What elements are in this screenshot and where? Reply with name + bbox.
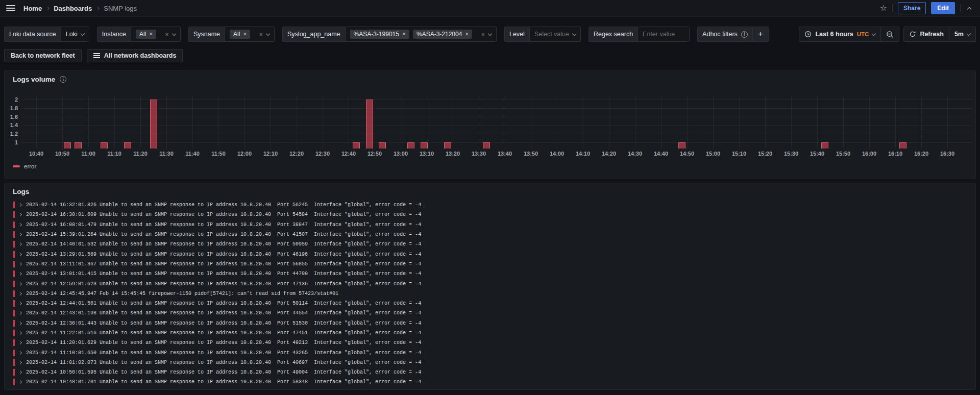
log-row[interactable]: 2025-02-14 10:48:01.701 Unable to send a… — [9, 377, 971, 387]
time-range-picker[interactable]: Last 6 hours UTC — [799, 27, 880, 41]
star-favorite-icon[interactable]: ☆ — [880, 4, 887, 12]
filter-chip[interactable]: %ASA-3-212004× — [413, 30, 472, 39]
expand-log-chevron-icon[interactable] — [18, 331, 22, 335]
filter-sysname: SysnameAll×× — [188, 27, 275, 42]
error-log-volume-bar[interactable] — [379, 142, 386, 149]
log-row[interactable]: 2025-02-14 12:45:45.947 Feb 14 15:45:45 … — [9, 289, 971, 299]
gridline-horizontal — [21, 142, 972, 143]
add-adhoc-filter-button[interactable]: + — [752, 27, 769, 42]
filter-chip[interactable]: %ASA-3-199015× — [350, 30, 409, 39]
filter-value-dropdown[interactable]: All×× — [225, 27, 275, 42]
share-button[interactable]: Share — [898, 2, 926, 14]
filter-label: Level — [504, 27, 530, 42]
edit-button[interactable]: Edit — [931, 2, 955, 14]
log-row[interactable]: 2025-02-14 11:01:02.073 Unable to send a… — [9, 358, 971, 367]
error-log-volume-bar[interactable] — [124, 142, 131, 149]
expand-log-chevron-icon[interactable] — [18, 253, 22, 256]
expand-log-chevron-icon[interactable] — [18, 361, 22, 364]
error-log-volume-bar[interactable] — [366, 100, 373, 149]
error-log-volume-bar[interactable] — [353, 142, 360, 149]
log-row[interactable]: 2025-02-14 16:32:01.826 Unable to send a… — [9, 200, 971, 210]
log-row[interactable]: 2025-02-14 11:20:01.629 Unable to send a… — [9, 338, 971, 348]
expand-log-chevron-icon[interactable] — [18, 371, 22, 374]
expand-log-chevron-icon[interactable] — [18, 351, 22, 355]
info-icon[interactable]: i — [60, 76, 66, 83]
remove-chip-icon[interactable]: × — [402, 31, 406, 38]
expand-log-chevron-icon[interactable] — [18, 262, 22, 266]
expand-log-chevron-icon[interactable] — [18, 213, 22, 216]
error-log-volume-bar[interactable] — [444, 142, 451, 149]
panel-header[interactable]: Logs volume i — [13, 76, 66, 83]
error-log-volume-bar[interactable] — [899, 142, 906, 149]
magnifier-minus-icon — [886, 31, 894, 38]
log-row[interactable]: 2025-02-14 13:29:01.569 Unable to send a… — [9, 249, 971, 259]
remove-chip-icon[interactable]: × — [243, 31, 247, 38]
expand-log-chevron-icon[interactable] — [18, 272, 22, 276]
error-log-volume-bar[interactable] — [101, 142, 108, 149]
gridline-vertical — [375, 95, 375, 149]
filter-label-text: Regex search — [594, 31, 633, 38]
filter-chip[interactable]: All× — [230, 30, 250, 39]
clear-all-icon[interactable]: × — [481, 31, 485, 38]
error-log-volume-bar[interactable] — [678, 142, 685, 149]
log-row[interactable]: 2025-02-14 16:30:01.609 Unable to send a… — [9, 210, 971, 219]
breadcrumb-dashboards[interactable]: Dashboards — [54, 5, 92, 12]
error-log-volume-bar[interactable] — [64, 142, 71, 149]
clear-all-icon[interactable]: × — [165, 31, 169, 38]
log-row[interactable]: 2025-02-14 14:40:01.532 Unable to send a… — [9, 239, 971, 249]
gridline-vertical — [36, 95, 37, 149]
expand-log-chevron-icon[interactable] — [18, 322, 22, 325]
expand-log-chevron-icon[interactable] — [18, 311, 22, 315]
panel-header[interactable]: Logs — [13, 188, 29, 195]
collapse-topbar-button[interactable] — [966, 4, 973, 13]
filter-chip[interactable]: All× — [136, 30, 156, 39]
remove-chip-icon[interactable]: × — [465, 31, 469, 38]
clear-all-icon[interactable]: × — [259, 31, 263, 38]
filter-text-input[interactable] — [638, 27, 690, 42]
filter-value-dropdown[interactable]: Select value — [529, 27, 581, 42]
menu-icon[interactable] — [6, 5, 15, 11]
legend-series-label[interactable]: error — [24, 163, 36, 169]
back-to-network-fleet-button[interactable]: Back to network fleet — [4, 49, 82, 62]
filter-value-dropdown[interactable]: %ASA-3-199015×%ASA-3-212004×× — [345, 27, 497, 42]
filter-value-dropdown[interactable]: All×× — [131, 27, 181, 42]
refresh-label: Refresh — [920, 31, 944, 38]
error-log-volume-bar[interactable] — [75, 142, 82, 149]
expand-log-chevron-icon[interactable] — [18, 282, 22, 285]
expand-log-chevron-icon[interactable] — [18, 242, 22, 246]
expand-log-chevron-icon[interactable] — [18, 233, 22, 236]
refresh-button[interactable]: Refresh — [904, 27, 949, 41]
breadcrumb-home[interactable]: Home — [23, 5, 42, 12]
expand-log-chevron-icon[interactable] — [18, 292, 22, 295]
log-row[interactable]: 2025-02-14 12:59:01.623 Unable to send a… — [9, 279, 971, 288]
zoom-out-time-button[interactable] — [880, 27, 899, 41]
log-row[interactable]: 2025-02-14 11:22:01.516 Unable to send a… — [9, 328, 971, 338]
expand-log-chevron-icon[interactable] — [18, 302, 22, 305]
log-row[interactable]: 2025-02-14 12:44:01.561 Unable to send a… — [9, 299, 971, 308]
error-log-volume-bar[interactable] — [407, 142, 414, 149]
log-row[interactable]: 2025-02-14 13:01:01.415 Unable to send a… — [9, 269, 971, 279]
error-log-volume-bar[interactable] — [150, 100, 157, 149]
expand-log-chevron-icon[interactable] — [18, 341, 22, 344]
info-icon[interactable]: i — [741, 31, 748, 38]
log-severity-bar — [13, 330, 15, 336]
expand-log-chevron-icon[interactable] — [18, 380, 22, 384]
expand-log-chevron-icon[interactable] — [18, 223, 22, 227]
error-log-volume-bar[interactable] — [483, 142, 490, 149]
log-row[interactable]: 2025-02-14 15:39:01.264 Unable to send a… — [9, 230, 971, 239]
remove-chip-icon[interactable]: × — [149, 31, 153, 38]
expand-log-chevron-icon[interactable] — [18, 203, 22, 207]
chevron-down-icon — [872, 31, 876, 35]
error-log-volume-bar[interactable] — [821, 142, 828, 149]
log-row[interactable]: 2025-02-14 12:36:01.443 Unable to send a… — [9, 318, 971, 328]
log-line-text: 2025-02-14 13:11:01.367 Unable to send a… — [26, 261, 421, 267]
error-log-volume-bar[interactable] — [421, 142, 428, 149]
log-row[interactable]: 2025-02-14 13:11:01.367 Unable to send a… — [9, 259, 971, 269]
log-row[interactable]: 2025-02-14 10:50:01.595 Unable to send a… — [9, 367, 971, 377]
refresh-interval-dropdown[interactable]: 5m — [949, 27, 975, 41]
filter-value-dropdown[interactable]: Loki — [61, 27, 89, 42]
log-row[interactable]: 2025-02-14 16:08:01.479 Unable to send a… — [9, 220, 971, 230]
log-row[interactable]: 2025-02-14 11:10:01.650 Unable to send a… — [9, 348, 971, 357]
log-row[interactable]: 2025-02-14 12:43:01.198 Unable to send a… — [9, 308, 971, 318]
all-network-dashboards-button[interactable]: All network dashboards — [87, 49, 183, 62]
